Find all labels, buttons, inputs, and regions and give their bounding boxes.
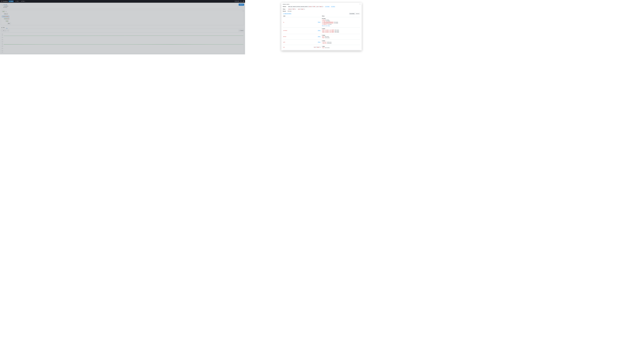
modal-backdrop: Explore metrics Selector: demo_api_reque… <box>0 0 245 54</box>
